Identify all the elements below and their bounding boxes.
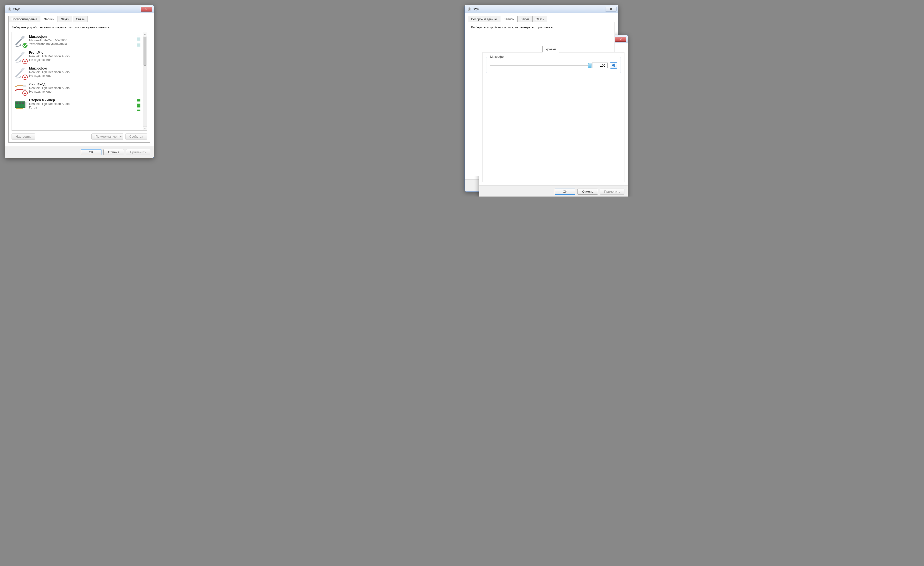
- svg-rect-8: [23, 85, 26, 87]
- microphone-icon: [14, 35, 27, 48]
- level-meter: [137, 98, 140, 111]
- scrollbar[interactable]: ▲ ▼: [143, 32, 147, 131]
- panel-button-row: Настроить По умолчанию ▼ Свойства: [12, 134, 147, 140]
- client-area: Воспроизведение Запись Звуки Связь Выбер…: [5, 13, 154, 146]
- device-item[interactable]: Микрофон Realtek High Definition Audio Н…: [12, 65, 142, 81]
- device-text: FrontMic Realtek High Definition Audio Н…: [29, 51, 136, 62]
- close-button[interactable]: ✕: [141, 7, 152, 12]
- set-default-button[interactable]: По умолчанию ▼: [92, 134, 123, 140]
- tabs-bar: Воспроизведение Запись Звуки Связь: [468, 16, 615, 23]
- speaker-icon: [467, 7, 471, 11]
- svg-point-18: [469, 8, 470, 10]
- mute-button[interactable]: [610, 62, 617, 69]
- chevron-down-icon: ▼: [118, 135, 122, 138]
- device-status: Не подключено: [29, 58, 136, 62]
- apply-button[interactable]: Применить: [600, 189, 624, 195]
- svg-rect-11: [15, 102, 25, 108]
- titlebar[interactable]: Звук ✕: [5, 5, 154, 13]
- titlebar[interactable]: Звук ✕: [465, 5, 618, 13]
- device-status: Не подключено: [29, 74, 136, 78]
- tab-panel: Микрофон 100: [483, 52, 624, 182]
- check-badge-icon: [22, 43, 28, 48]
- svg-rect-13: [19, 102, 21, 104]
- dialog-footer: OK Отмена Применить: [5, 146, 154, 158]
- device-name: Микрофон: [29, 66, 136, 70]
- svg-rect-12: [16, 102, 18, 104]
- device-desc: Microsoft LifeCam VX-5000.: [29, 39, 136, 42]
- level-meter: [137, 66, 140, 80]
- device-desc: Realtek High Definition Audio: [29, 54, 136, 58]
- close-icon: ✕: [610, 8, 612, 11]
- tab-playback[interactable]: Воспроизведение: [8, 16, 40, 23]
- slider-thumb[interactable]: [588, 63, 591, 68]
- device-name: Микрофон: [29, 35, 136, 39]
- scroll-up-button[interactable]: ▲: [143, 32, 147, 36]
- line-in-icon: [14, 82, 27, 95]
- device-item[interactable]: FrontMic Realtek High Definition Audio Н…: [12, 49, 142, 65]
- device-name: Стерео микшер: [29, 98, 136, 102]
- properties-button[interactable]: Свойства: [125, 134, 147, 140]
- scroll-thumb[interactable]: [144, 37, 146, 66]
- volume-value: 100: [592, 63, 608, 68]
- tab-recording[interactable]: Запись: [41, 16, 57, 23]
- device-item[interactable]: Микрофон Microsoft LifeCam VX-5000. Устр…: [12, 33, 142, 49]
- device-status: Устройство по умолчанию: [29, 42, 136, 46]
- apply-button[interactable]: Применить: [126, 149, 150, 155]
- speaker-icon: [611, 63, 616, 68]
- arrow-down-badge-icon: [22, 59, 28, 64]
- set-default-label: По умолчанию: [96, 135, 117, 138]
- device-status: Готов: [29, 106, 136, 109]
- device-name: Лин. вход: [29, 82, 136, 86]
- scroll-down-button[interactable]: ▼: [143, 126, 147, 131]
- sound-dialog-window: Звук ✕ Воспроизведение Запись Звуки Связ…: [5, 5, 154, 158]
- tab-recording[interactable]: Запись: [501, 16, 517, 23]
- svg-rect-16: [16, 108, 23, 109]
- device-text: Микрофон Microsoft LifeCam VX-5000. Устр…: [29, 35, 136, 46]
- device-list-inner: Микрофон Microsoft LifeCam VX-5000. Устр…: [12, 32, 143, 131]
- tabs-bar: Воспроизведение Запись Звуки Связь: [8, 16, 150, 23]
- device-status: Не подключено: [29, 90, 136, 93]
- window-title: Звук: [13, 7, 141, 11]
- tab-communications[interactable]: Связь: [532, 16, 547, 23]
- close-button[interactable]: ✕: [605, 7, 617, 12]
- tab-sounds[interactable]: Звуки: [58, 16, 72, 23]
- instruction-text: Выберите устройство записи, параметры ко…: [12, 25, 147, 30]
- tab-sounds[interactable]: Звуки: [518, 16, 532, 23]
- device-list: Микрофон Microsoft LifeCam VX-5000. Устр…: [12, 32, 147, 131]
- volume-slider[interactable]: [490, 63, 590, 68]
- tab-levels[interactable]: Уровни: [542, 46, 559, 53]
- level-meter: [137, 82, 140, 95]
- speaker-icon: [8, 7, 12, 11]
- microphone-icon: [14, 51, 27, 63]
- device-item[interactable]: Стерео микшер Realtek High Definition Au…: [12, 97, 142, 113]
- dialog-footer: OK Отмена Применить: [479, 185, 628, 197]
- client-area: Общие Прослушать Особые Уровни Дополните…: [479, 43, 628, 185]
- microphone-icon: [14, 66, 27, 80]
- device-item[interactable]: Лин. вход Realtek High Definition Audio …: [12, 81, 142, 97]
- mic-properties-dialog: Свойства: Микрофон ✕ Общие Прослушать Ос…: [479, 35, 628, 197]
- device-desc: Realtek High Definition Audio: [29, 102, 136, 106]
- tab-playback[interactable]: Воспроизведение: [468, 16, 500, 23]
- svg-point-1: [9, 8, 10, 10]
- ok-button[interactable]: OK: [555, 189, 575, 195]
- window-title: Звук: [473, 7, 605, 11]
- configure-button[interactable]: Настроить: [12, 134, 35, 140]
- close-button[interactable]: ✕: [615, 37, 626, 42]
- soundcard-icon: [14, 98, 27, 111]
- device-text: Лин. вход Realtek High Definition Audio …: [29, 82, 136, 93]
- device-text: Микрофон Realtek High Definition Audio Н…: [29, 66, 136, 78]
- mic-level-label: Микрофон: [489, 55, 506, 59]
- close-icon: ✕: [145, 8, 148, 11]
- level-meter: [137, 35, 140, 48]
- tab-communications[interactable]: Связь: [73, 16, 88, 23]
- ok-button[interactable]: OK: [81, 149, 102, 155]
- instruction-text: Выберите устройство записи, параметры ко…: [471, 25, 612, 30]
- device-name: FrontMic: [29, 51, 136, 54]
- cancel-button[interactable]: Отмена: [577, 189, 598, 195]
- device-text: Стерео микшер Realtek High Definition Au…: [29, 98, 136, 109]
- svg-rect-15: [25, 102, 26, 107]
- scroll-track[interactable]: [143, 66, 147, 126]
- mic-level-group: Микрофон 100: [486, 57, 621, 73]
- cancel-button[interactable]: Отмена: [104, 149, 124, 155]
- svg-rect-14: [22, 102, 24, 104]
